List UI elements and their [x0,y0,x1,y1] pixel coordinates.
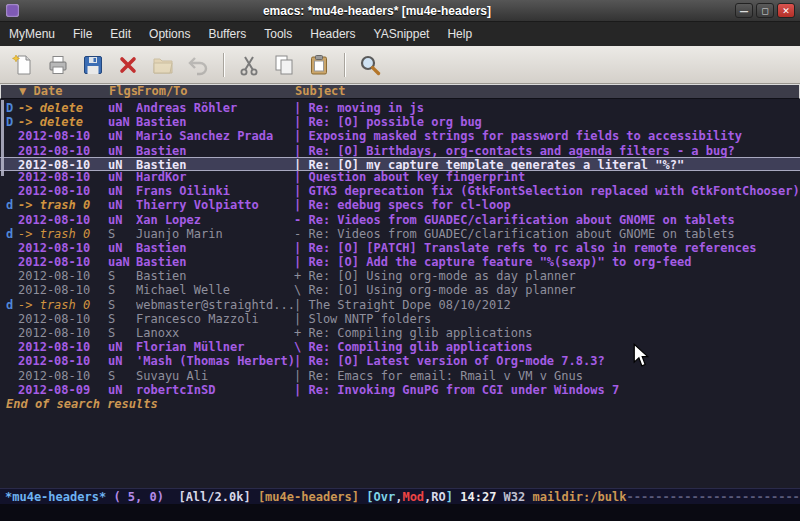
message-row[interactable]: 2012-08-10SBastien+ Re: [O] Using org-mo… [0,269,800,283]
message-from: Lanoxx [136,326,294,340]
message-row[interactable]: 2012-08-09uNrobertcInSD| Re: Invoking Gn… [0,383,800,397]
modeline-maildir: maildir:/bulk [533,490,627,504]
minimize-button[interactable]: — [735,3,753,18]
message-flags: S [108,227,136,241]
menu-item-mymenu[interactable]: MyMenu [0,23,64,45]
message-from: 'Mash (Thomas Herbert) [136,354,294,368]
search-icon [358,53,382,77]
message-mark-prefix [6,283,18,297]
message-flags: uN [108,198,136,212]
message-date: 2012-08-10 [18,170,108,184]
message-flags: uN [108,101,136,115]
message-row[interactable]: 2012-08-10SFrancesco Mazzoli| Slow NNTP … [0,312,800,326]
message-mark-prefix [6,129,18,143]
message-flags: uN [108,144,136,158]
window-controls: — ◻ ✕ [735,3,795,18]
print-button[interactable] [43,50,73,80]
message-subject: + Re: [O] Using org-mode as day planner [294,269,800,283]
search-button[interactable] [355,50,385,80]
header-prefix-spacer [7,85,19,98]
copy-button[interactable] [269,50,299,80]
menu-item-options[interactable]: Options [140,23,199,45]
message-from: robertcInSD [136,383,294,397]
emacs-window: emacs: *mu4e-headers* [mu4e-headers] — ◻… [0,0,800,521]
message-row[interactable]: 2012-08-10uNHardKor| Question about key … [0,170,800,184]
message-date: 2012-08-10 [18,269,108,283]
message-from: Suvayu Ali [136,369,294,383]
modeline-cursor-position: ( 5, 0) [113,490,178,504]
header-line[interactable]: ▼ Date Flgs From/To Subject [0,84,800,99]
message-from: Juanjo Marin [136,227,294,241]
message-flags: uN [108,340,136,354]
header-column-subject[interactable]: Subject [295,85,799,98]
message-date: 2012-08-10 [18,184,108,198]
close-button[interactable] [113,50,143,80]
message-flags: S [108,298,136,312]
title-bar[interactable]: emacs: *mu4e-headers* [mu4e-headers] — ◻… [0,0,800,22]
new-file-button[interactable] [8,50,38,80]
message-subject: | Slow NNTP folders [294,312,800,326]
message-mark-prefix [6,213,18,227]
close-button[interactable]: ✕ [777,3,795,18]
menu-item-headers[interactable]: Headers [301,23,364,45]
message-from: HardKor [136,170,294,184]
message-subject: | Re: [O] Add the capture feature "%(sex… [294,255,800,269]
message-row[interactable]: d-> trash 0Swebmaster@straightd...| The … [0,298,800,312]
paste-button[interactable] [304,50,334,80]
message-flags: S [108,269,136,283]
cut-button[interactable] [234,50,264,80]
message-row[interactable]: 2012-08-10uNMario Sanchez Prada| Exposin… [0,129,800,143]
message-row[interactable]: 2012-08-10uaNBastien| Re: [O] Add the ca… [0,255,800,269]
save-button[interactable] [78,50,108,80]
message-row[interactable]: 2012-08-10uNXan Lopez- Re: Videos from G… [0,213,800,227]
undo-button[interactable] [183,50,213,80]
menu-item-yasnippet[interactable]: YASnippet [365,23,439,45]
menu-item-buffers[interactable]: Buffers [199,23,255,45]
message-from: Francesco Mazzoli [136,312,294,326]
message-date: 2012-08-09 [18,383,108,397]
emacs-icon [6,4,19,17]
headers-buffer[interactable]: D-> deleteuNAndreas Röhler| Re: moving i… [0,99,800,488]
maximize-button[interactable]: ◻ [756,3,774,18]
message-flags: uN [108,354,136,368]
message-flags: uN [108,170,136,184]
menu-item-edit[interactable]: Edit [101,23,140,45]
open-folder-button[interactable] [148,50,178,80]
scrollbar-thumb[interactable] [1,100,4,176]
message-row[interactable]: 2012-08-10SSuvayu Ali| Re: Emacs for ema… [0,369,800,383]
header-column-from[interactable]: From/To [137,85,295,98]
message-flags: uN [108,241,136,255]
echo-area[interactable] [0,504,800,521]
message-row[interactable]: 2012-08-10uN'Mash (Thomas Herbert)| Re: … [0,354,800,368]
message-from: Mario Sanchez Prada [136,129,294,143]
sort-descending-icon: ▼ [19,84,33,98]
message-mark-prefix [6,184,18,198]
message-row[interactable]: D-> deleteuaNBastien| Re: [O] possible o… [0,115,800,129]
cut-icon [237,53,261,77]
modeline-buffer-size: [All/2.0k] [178,490,257,504]
message-row[interactable]: 2012-08-10uNFrans Oilinki| GTK3 deprecat… [0,184,800,198]
message-mark-prefix [6,383,18,397]
menu-item-tools[interactable]: Tools [255,23,301,45]
header-column-flags[interactable]: Flgs [109,85,137,98]
message-subject: | GTK3 deprecation fix (GtkFontSelection… [294,184,800,198]
message-row[interactable]: 2012-08-10SMichael Welle\ Re: [O] Using … [0,283,800,297]
new-file-icon [11,53,35,77]
message-row[interactable]: d-> trash 0SJuanjo Marin- Re: Videos fro… [0,227,800,241]
message-mark-prefix: D [6,101,18,115]
message-subject: \ Re: [O] Using org-mode as day planner [294,283,800,297]
message-row[interactable]: 2012-08-10uNBastien| Re: [O] my capture … [0,157,800,171]
modeline-status-close-bracket: ] [446,490,460,504]
message-row[interactable]: d-> trash 0uNThierry Volpiatto| Re: edeb… [0,198,800,212]
message-row[interactable]: 2012-08-10uNBastien| Re: [O] Birthdays, … [0,144,800,158]
message-row[interactable]: D-> deleteuNAndreas Röhler| Re: moving i… [0,101,800,115]
message-row[interactable]: 2012-08-10uNBastien| Re: [O] [PATCH] Tra… [0,241,800,255]
menu-item-help[interactable]: Help [438,23,481,45]
message-row[interactable]: 2012-08-10uNFlorian Müllner\ Re: Compili… [0,340,800,354]
message-row[interactable]: 2012-08-10SLanoxx+ Re: Compiling glib ap… [0,326,800,340]
message-subject: - Re: Videos from GUADEC/clarification a… [294,213,800,227]
message-rows: D-> deleteuNAndreas Röhler| Re: moving i… [0,101,800,397]
menu-item-file[interactable]: File [64,23,101,45]
message-subject: \ Re: Compiling glib applications [294,340,800,354]
header-column-date[interactable]: ▼ Date [19,85,109,98]
